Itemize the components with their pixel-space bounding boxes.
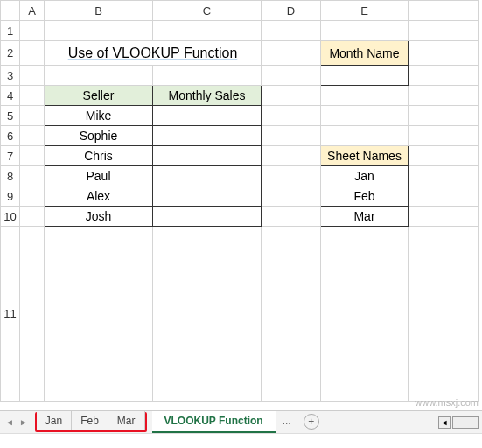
row-header-9[interactable]: 9 [1,186,20,206]
sheet-tab-jan[interactable]: Jan [37,411,72,430]
month-name-value[interactable] [321,66,409,86]
cell[interactable] [409,106,479,126]
cell[interactable] [409,146,479,166]
col-header-pad [409,1,479,21]
col-header-d[interactable]: D [262,1,321,21]
cell[interactable] [262,41,321,66]
cell[interactable] [20,66,45,86]
row-header-10[interactable]: 10 [1,206,20,227]
col-header-e[interactable]: E [321,1,409,21]
sheet-tab-mar[interactable]: Mar [108,411,145,430]
cell[interactable] [262,146,321,166]
status-bar [0,433,482,448]
add-sheet-button[interactable]: + [304,414,319,430]
sales-cell[interactable] [153,126,262,146]
cell[interactable] [20,166,45,186]
cell[interactable] [321,126,409,146]
watermark-text: www.msxj.com [415,397,479,408]
cell[interactable] [153,66,262,86]
row-header-4[interactable]: 4 [1,86,20,106]
sheet-tab-feb[interactable]: Feb [72,411,108,430]
sheet-name-cell[interactable]: Mar [321,206,409,227]
cell[interactable] [409,227,479,402]
sales-cell[interactable] [153,206,262,227]
row-header-5[interactable]: 5 [1,106,20,126]
cell[interactable] [321,86,409,106]
sales-cell[interactable] [153,166,262,186]
cell[interactable] [153,21,262,41]
row-header-2[interactable]: 2 [1,41,20,66]
cell[interactable] [45,66,153,86]
cell[interactable] [321,21,409,41]
row-header-8[interactable]: 8 [1,166,20,186]
cell[interactable] [262,66,321,86]
sales-header[interactable]: Monthly Sales [153,86,262,106]
tab-nav-buttons[interactable]: ◄ ► [0,411,33,433]
row-header-11[interactable]: 11 [1,227,20,402]
sales-cell[interactable] [153,146,262,166]
cell[interactable] [153,227,262,402]
cell[interactable] [262,166,321,186]
seller-cell[interactable]: Mike [45,106,153,126]
sheet-name-cell[interactable]: Jan [321,166,409,186]
seller-header[interactable]: Seller [45,86,153,106]
cell[interactable] [262,186,321,206]
cell[interactable] [20,146,45,166]
sheet-names-header[interactable]: Sheet Names [321,146,409,166]
cell[interactable] [262,21,321,41]
sales-cell[interactable] [153,106,262,126]
cell[interactable] [321,106,409,126]
cell[interactable] [409,186,479,206]
cell[interactable] [20,126,45,146]
col-header-b[interactable]: B [45,1,153,21]
sheet-tab-bar: ◄ ► Jan Feb Mar VLOOKUP Function ... + ◄ [0,410,482,433]
spreadsheet-grid[interactable]: A B C D E 1 2 Use of VLOOKUP Function Mo… [0,0,479,402]
scroll-left-icon[interactable]: ◄ [438,416,451,429]
cell[interactable] [409,41,479,66]
cell[interactable] [20,41,45,66]
cell[interactable] [20,106,45,126]
cell[interactable] [20,21,45,41]
cell[interactable] [20,206,45,227]
seller-cell[interactable]: Josh [45,206,153,227]
col-header-c[interactable]: C [153,1,262,21]
row-header-3[interactable]: 3 [1,66,20,86]
col-header-a[interactable]: A [20,1,45,21]
cell[interactable] [45,21,153,41]
seller-cell[interactable]: Chris [45,146,153,166]
cell[interactable] [45,227,153,402]
sales-cell[interactable] [153,186,262,206]
cell[interactable] [20,227,45,402]
cell[interactable] [262,106,321,126]
horizontal-scroll[interactable]: ◄ [438,411,482,433]
row-header-6[interactable]: 6 [1,126,20,146]
sheet-tab-active[interactable]: VLOOKUP Function [152,411,276,433]
seller-cell[interactable]: Sophie [45,126,153,146]
cell[interactable] [409,206,479,227]
cell[interactable] [409,86,479,106]
title-cell[interactable]: Use of VLOOKUP Function [45,41,262,66]
cell[interactable] [409,66,479,86]
cell[interactable] [20,86,45,106]
tab-nav-prev-icon[interactable]: ◄ [5,417,14,427]
cell[interactable] [321,227,409,402]
cell[interactable] [20,186,45,206]
tab-nav-next-icon[interactable]: ► [19,417,28,427]
scroll-thumb[interactable] [452,416,479,429]
cell[interactable] [262,227,321,402]
cell[interactable] [262,126,321,146]
cell[interactable] [409,126,479,146]
month-name-header[interactable]: Month Name [321,41,409,66]
sheet-name-cell[interactable]: Feb [321,186,409,206]
cell[interactable] [409,21,479,41]
row-header-7[interactable]: 7 [1,146,20,166]
seller-cell[interactable]: Paul [45,166,153,186]
highlighted-tabs-group: Jan Feb Mar [35,412,147,432]
sheet-tab-more[interactable]: ... [276,411,298,433]
cell[interactable] [409,166,479,186]
select-all-corner[interactable] [1,1,20,21]
seller-cell[interactable]: Alex [45,186,153,206]
row-header-1[interactable]: 1 [1,21,20,41]
cell[interactable] [262,86,321,106]
cell[interactable] [262,206,321,227]
